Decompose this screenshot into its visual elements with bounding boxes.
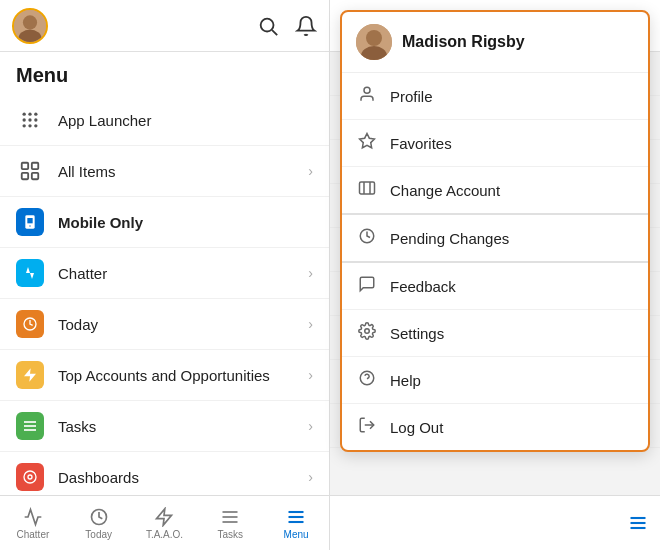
nav-chatter-label: Chatter [17,529,50,540]
svg-point-7 [34,113,37,116]
svg-point-10 [34,118,37,121]
nav-chatter[interactable]: Chatter [0,496,66,550]
logout-icon [356,416,378,438]
settings-icon [356,322,378,344]
right-menu-icon [628,513,648,533]
favorites-icon [356,132,378,154]
top-accounts-chevron: › [308,367,313,383]
left-header-icons [257,15,317,37]
dropdown-feedback[interactable]: Feedback [342,263,648,310]
user-dropdown: Madison Rigsby Profile Favorites [340,10,650,452]
bottom-nav: Chatter Today T.A.A.O. Tasks [0,495,329,550]
svg-marker-31 [157,508,172,525]
svg-point-27 [28,475,32,479]
app-launcher-icon [16,106,44,134]
svg-rect-17 [32,173,38,179]
menu-list: App Launcher All Items › [0,95,329,495]
svg-point-5 [23,113,26,116]
today-icon [16,310,44,338]
pending-changes-label: Pending Changes [390,230,509,247]
all-items-chevron: › [308,163,313,179]
top-accounts-label: Top Accounts and Opportunities [58,367,294,384]
top-accounts-icon [16,361,44,389]
svg-point-8 [23,118,26,121]
right-panel: › › › › › › › › › Madison Rigsby [330,0,660,550]
menu-item-app-launcher[interactable]: App Launcher [0,95,329,146]
tasks-label: Tasks [58,418,294,435]
nav-today-label: Today [85,529,112,540]
dropdown-help[interactable]: Help [342,357,648,404]
all-items-label: All Items [58,163,294,180]
left-panel: Menu App Launcher [0,0,330,550]
svg-point-26 [24,471,36,483]
left-header [0,0,329,52]
svg-marker-44 [360,134,375,148]
nav-today[interactable]: Today [66,496,132,550]
nav-taao[interactable]: T.A.A.O. [132,496,198,550]
avatar[interactable] [12,8,48,44]
app-launcher-label: App Launcher [58,112,313,129]
dashboards-icon [16,463,44,491]
menu-item-dashboards[interactable]: Dashboards › [0,452,329,495]
svg-point-19 [29,225,30,226]
nav-tasks[interactable]: Tasks [197,496,263,550]
dropdown-settings[interactable]: Settings [342,310,648,357]
menu-item-today[interactable]: Today › [0,299,329,350]
svg-point-41 [366,30,382,46]
dropdown-logout[interactable]: Log Out [342,404,648,450]
change-account-icon [356,179,378,201]
svg-point-47 [365,329,370,334]
menu-item-tasks[interactable]: Tasks › [0,401,329,452]
dashboards-label: Dashboards [58,469,294,486]
svg-point-43 [364,87,370,93]
dropdown-profile[interactable]: Profile [342,73,648,120]
mobile-only-label: Mobile Only [58,214,313,231]
menu-item-mobile-only[interactable]: Mobile Only [0,197,329,248]
help-label: Help [390,372,421,389]
dropdown-avatar [356,24,392,60]
tasks-chevron: › [308,418,313,434]
search-button[interactable] [257,15,279,37]
feedback-label: Feedback [390,278,456,295]
dropdown-username: Madison Rigsby [402,33,525,51]
chatter-label: Chatter [58,265,294,282]
help-icon [356,369,378,391]
mobile-only-icon [16,208,44,236]
nav-menu-label: Menu [284,529,309,540]
favorites-label: Favorites [390,135,452,152]
svg-line-4 [272,30,277,35]
dropdown-change-account[interactable]: Change Account [342,167,648,215]
nav-taao-label: T.A.A.O. [146,529,183,540]
notification-button[interactable] [295,15,317,37]
logout-label: Log Out [390,419,443,436]
svg-point-1 [23,15,37,29]
dropdown-pending-changes[interactable]: Pending Changes [342,215,648,263]
chatter-icon [16,259,44,287]
menu-item-all-items[interactable]: All Items › [0,146,329,197]
today-label: Today [58,316,294,333]
menu-item-chatter[interactable]: Chatter › [0,248,329,299]
today-chevron: › [308,316,313,332]
svg-point-9 [28,118,31,121]
chatter-chevron: › [308,265,313,281]
nav-menu[interactable]: Menu [263,496,329,550]
right-bottom-nav [330,495,660,550]
svg-point-12 [28,124,31,127]
profile-label: Profile [390,88,433,105]
feedback-icon [356,275,378,297]
svg-rect-14 [22,163,28,169]
svg-point-11 [23,124,26,127]
menu-item-top-accounts[interactable]: Top Accounts and Opportunities › [0,350,329,401]
tasks-icon [16,412,44,440]
svg-rect-16 [22,173,28,179]
svg-rect-20 [27,218,32,223]
dashboards-chevron: › [308,469,313,485]
pending-changes-icon [356,227,378,249]
nav-tasks-label: Tasks [218,529,244,540]
svg-marker-22 [24,368,36,381]
svg-rect-15 [32,163,38,169]
dropdown-favorites[interactable]: Favorites [342,120,648,167]
settings-label: Settings [390,325,444,342]
menu-title: Menu [0,52,329,95]
profile-icon [356,85,378,107]
